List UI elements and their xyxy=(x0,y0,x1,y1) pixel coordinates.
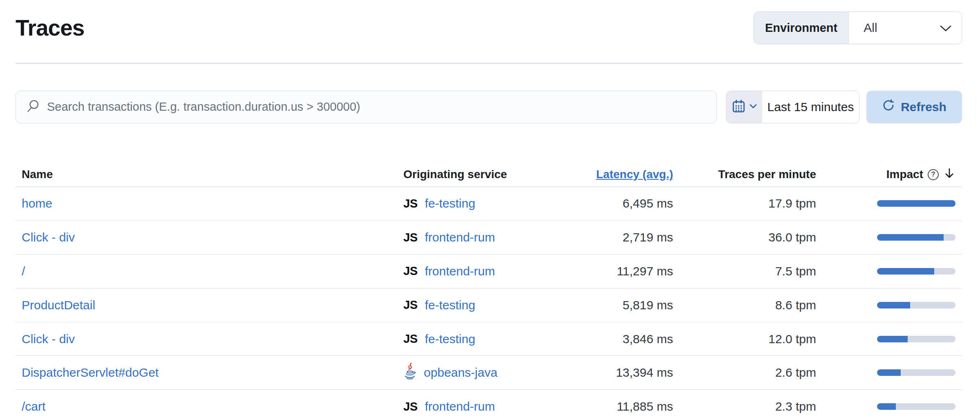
column-header-originating-service: Originating service xyxy=(403,168,559,181)
impact-bar xyxy=(877,200,955,207)
tpm-value: 12.0 tpm xyxy=(768,332,816,346)
tpm-value: 8.6 tpm xyxy=(775,298,816,312)
chevron-down-icon xyxy=(750,104,757,110)
impact-bar-fill xyxy=(877,403,896,410)
impact-bar-fill xyxy=(877,369,901,376)
environment-select-label: Environment xyxy=(754,12,849,44)
refresh-icon xyxy=(882,99,895,115)
column-header-impact[interactable]: Impact ? xyxy=(816,167,962,182)
table-row: Click - divJSfrontend-rum2,719 ms36.0 tp… xyxy=(16,221,962,255)
environment-select-value[interactable]: All xyxy=(849,12,962,44)
chevron-down-icon xyxy=(940,21,952,35)
header-divider xyxy=(16,63,962,64)
js-agent-icon: JS xyxy=(403,197,417,210)
refresh-button-label: Refresh xyxy=(901,100,946,114)
environment-select[interactable]: Environment All xyxy=(754,11,962,44)
search-icon xyxy=(26,99,40,115)
quick-select-menu-button[interactable] xyxy=(726,91,762,123)
column-header-latency[interactable]: Latency (avg.) xyxy=(559,168,673,181)
question-in-circle-icon[interactable]: ? xyxy=(928,169,939,180)
column-header-traces-per-minute: Traces per minute xyxy=(673,168,816,181)
filter-bar: Last 15 minutes Refresh xyxy=(16,91,962,123)
environment-selected-option: All xyxy=(864,21,877,35)
java-agent-icon xyxy=(403,363,416,383)
service-link[interactable]: frontend-rum xyxy=(425,264,495,278)
tpm-value: 17.9 tpm xyxy=(768,197,816,210)
tpm-value: 7.5 tpm xyxy=(775,264,816,278)
table-row: ProductDetailJSfe-testing5,819 ms8.6 tpm xyxy=(16,288,962,322)
latency-value: 11,885 ms xyxy=(617,400,673,413)
impact-bar xyxy=(877,403,955,410)
latency-value: 13,394 ms xyxy=(616,366,673,379)
impact-bar xyxy=(877,336,955,342)
impact-header-label: Impact xyxy=(886,168,923,181)
column-header-name: Name xyxy=(16,168,403,181)
search-box[interactable] xyxy=(16,91,717,123)
impact-bar-fill xyxy=(877,302,910,308)
service-link[interactable]: fe-testing xyxy=(425,298,475,312)
service-link[interactable]: frontend-rum xyxy=(425,400,495,413)
table-header-row: Name Originating service Latency (avg.) … xyxy=(16,163,962,187)
page-title: Traces xyxy=(16,15,84,41)
table-row: homeJSfe-testing6,495 ms17.9 tpm xyxy=(16,187,962,221)
table-row: Click - divJSfe-testing3,846 ms12.0 tpm xyxy=(16,322,962,356)
service-link[interactable]: fe-testing xyxy=(425,332,475,346)
service-link[interactable]: frontend-rum xyxy=(425,230,495,244)
traces-table: Name Originating service Latency (avg.) … xyxy=(16,163,962,420)
transaction-link[interactable]: DispatcherServlet#doGet xyxy=(22,366,159,379)
tpm-value: 36.0 tpm xyxy=(768,230,816,244)
table-body: homeJSfe-testing6,495 ms17.9 tpmClick - … xyxy=(16,187,962,420)
impact-bar xyxy=(877,369,955,376)
latency-value: 5,819 ms xyxy=(623,298,673,312)
js-agent-icon: JS xyxy=(403,264,417,278)
traces-page: Traces Environment All xyxy=(0,0,980,420)
transaction-link[interactable]: Click - div xyxy=(22,332,75,346)
table-row: /JSfrontend-rum11,297 ms7.5 tpm xyxy=(16,255,962,288)
sort-descending-arrow-icon xyxy=(943,167,955,182)
js-agent-icon: JS xyxy=(403,332,417,346)
transaction-link[interactable]: / xyxy=(22,264,25,278)
latency-sort-link[interactable]: Latency (avg.) xyxy=(596,168,673,181)
impact-bar xyxy=(877,268,955,275)
date-picker: Last 15 minutes xyxy=(726,91,859,123)
impact-bar-fill xyxy=(877,336,908,342)
time-range-button[interactable]: Last 15 minutes xyxy=(762,91,859,123)
tpm-value: 2.6 tpm xyxy=(775,366,816,379)
service-link[interactable]: opbeans-java xyxy=(424,366,497,380)
js-agent-icon: JS xyxy=(403,298,417,312)
transaction-link[interactable]: ProductDetail xyxy=(22,298,95,312)
latency-value: 6,495 ms xyxy=(623,197,673,210)
impact-bar-fill xyxy=(877,200,955,207)
page-header: Traces Environment All xyxy=(16,0,962,44)
impact-bar-fill xyxy=(877,234,944,241)
impact-bar xyxy=(877,302,955,308)
transaction-link[interactable]: Click - div xyxy=(22,230,75,244)
js-agent-icon: JS xyxy=(403,231,417,244)
table-row: /cartJSfrontend-rum11,885 ms2.3 tpm xyxy=(16,390,962,420)
service-link[interactable]: fe-testing xyxy=(425,197,475,210)
latency-value: 11,297 ms xyxy=(617,264,673,278)
search-input[interactable] xyxy=(47,100,712,114)
transaction-link[interactable]: home xyxy=(22,197,52,210)
impact-bar xyxy=(877,234,955,241)
calendar-icon xyxy=(732,99,746,115)
js-agent-icon: JS xyxy=(403,400,417,413)
transaction-link[interactable]: /cart xyxy=(22,400,45,413)
impact-bar-fill xyxy=(877,268,934,275)
latency-value: 2,719 ms xyxy=(623,230,673,244)
refresh-button[interactable]: Refresh xyxy=(866,91,962,123)
tpm-value: 2.3 tpm xyxy=(775,400,816,413)
latency-value: 3,846 ms xyxy=(623,332,673,346)
table-row: DispatcherServlet#doGetopbeans-java13,39… xyxy=(16,356,962,390)
